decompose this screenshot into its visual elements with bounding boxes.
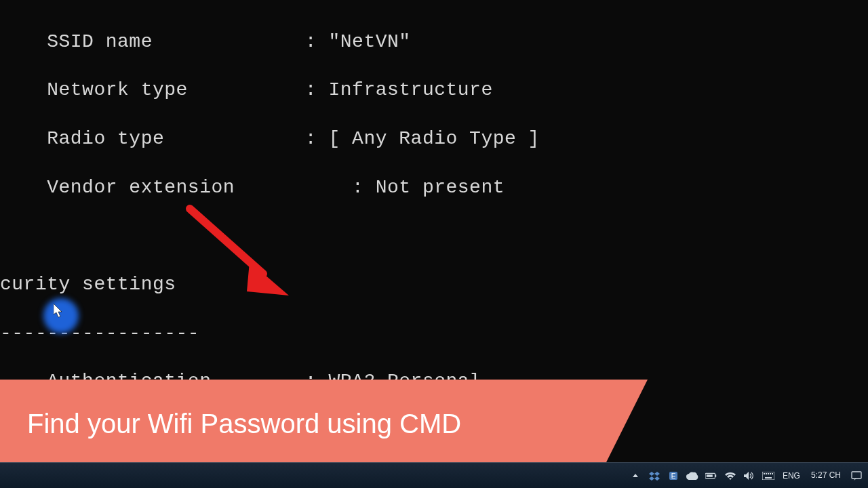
title-banner: Find your Wifi Password using CMD [0,380,604,468]
svg-rect-5 [707,474,713,477]
tray-app-icon[interactable]: E [667,470,679,482]
svg-rect-10 [768,473,769,474]
svg-rect-9 [766,473,767,474]
svg-rect-13 [765,477,772,479]
profile-row-vendor-ext: Vendor extension : Not present [0,176,868,200]
svg-rect-14 [852,472,861,479]
dropbox-icon[interactable] [648,470,660,482]
security-divider: ----------------- [0,321,868,346]
profile-row-ssid: SSID name : "NetVN" [0,30,868,54]
wifi-icon[interactable] [724,470,736,482]
svg-text:E: E [671,472,676,480]
profile-row-radio-type: Radio type : [ Any Radio Type ] [0,127,868,151]
svg-rect-12 [772,473,773,474]
battery-icon[interactable] [705,470,717,482]
tray-up-icon[interactable] [629,470,642,482]
svg-rect-6 [715,474,716,477]
red-arrow-annotation [182,201,297,308]
mouse-cursor-icon [54,303,64,324]
profile-row-network-type: Network type : Infrastructure [0,78,868,102]
windows-taskbar[interactable]: E ENG 5:27 CH [0,462,868,488]
onedrive-icon[interactable] [686,470,698,482]
security-settings-header: curity settings [0,272,868,297]
clock[interactable]: 5:27 CH [808,471,844,480]
svg-rect-7 [762,472,774,480]
keyboard-icon[interactable] [762,470,774,482]
volume-icon[interactable] [743,470,755,482]
svg-rect-8 [764,473,765,474]
notifications-icon[interactable] [850,470,863,482]
banner-text: Find your Wifi Password using CMD [27,409,461,439]
language-indicator[interactable]: ENG [781,471,802,481]
svg-marker-1 [247,262,289,296]
svg-rect-11 [770,473,771,474]
